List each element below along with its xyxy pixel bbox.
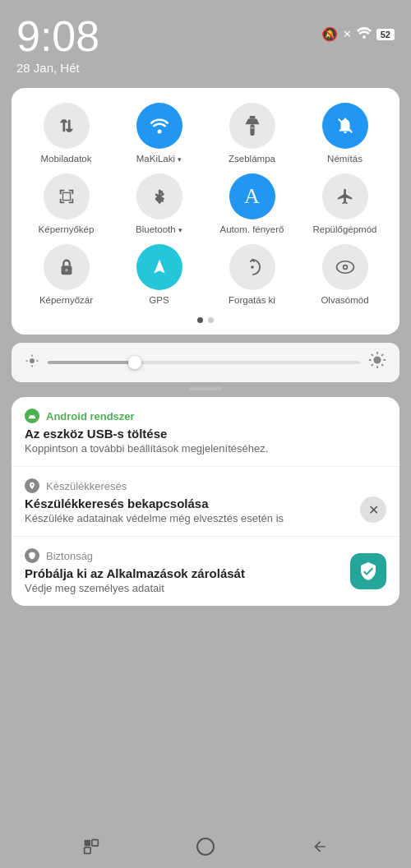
brightness-track[interactable] — [48, 361, 360, 364]
qs-circle-gps[interactable] — [136, 244, 182, 290]
qs-circle-airplane[interactable] — [322, 173, 368, 219]
dot-2 — [208, 317, 214, 323]
qs-item-airplane[interactable]: Repülőgépmód — [300, 173, 390, 236]
svg-rect-3 — [250, 124, 254, 136]
brightness-low-icon — [25, 353, 39, 372]
qs-label-wifi: MaKiLaki ▾ — [136, 154, 182, 165]
wifi-status-icon — [357, 27, 372, 42]
qs-label-airplane: Repülőgépmód — [312, 224, 376, 236]
svg-point-1 — [157, 130, 161, 134]
qs-circle-bluetooth[interactable] — [136, 173, 182, 219]
qs-item-wifi[interactable]: MaKiLaki ▾ — [114, 103, 204, 165]
qs-circle-screen-lock[interactable] — [44, 244, 90, 290]
svg-point-12 — [344, 265, 346, 268]
sim-icon: ✕ — [343, 28, 352, 40]
qs-label-gps: GPS — [149, 295, 169, 307]
qs-circle-flashlight[interactable] — [229, 103, 275, 149]
dot-1 — [197, 317, 203, 323]
notif-title-search: Készülékkeresés bekapcsolása — [25, 496, 350, 510]
svg-line-23 — [372, 354, 373, 356]
svg-line-26 — [381, 354, 383, 356]
qs-item-auto-brightness[interactable]: A Autom. fényerő — [207, 173, 297, 236]
notif-icon-security — [25, 548, 39, 563]
qs-circle-auto-brightness[interactable]: A — [229, 173, 275, 219]
home-button[interactable] — [196, 838, 215, 856]
qs-label-screen-lock: Képernyőzár — [39, 295, 93, 307]
qs-label-reading: Olvasómód — [321, 295, 368, 307]
qs-item-silent[interactable]: Némítás — [300, 103, 390, 165]
notif-icon-android — [25, 409, 39, 423]
svg-rect-4 — [251, 127, 253, 129]
brightness-high-icon — [368, 351, 386, 374]
battery-level: 52 — [376, 29, 395, 40]
svg-rect-27 — [85, 840, 91, 846]
qs-label-rotation: Forgatás ki — [229, 295, 275, 307]
svg-point-8 — [65, 268, 68, 271]
time-display: 9:08 — [16, 15, 99, 58]
qs-label-mobile-data: Mobiladatok — [40, 154, 91, 165]
qs-label-flashlight: Zseblámpa — [229, 154, 275, 165]
status-icons: 🔕 ✕ 52 — [321, 15, 395, 42]
qs-item-mobile-data[interactable]: Mobiladatok — [21, 103, 111, 165]
qs-circle-screenshot[interactable] — [44, 173, 90, 219]
status-bar: 9:08 28 Jan, Hét 🔕 ✕ 52 — [0, 0, 411, 81]
shield-action-button[interactable] — [350, 553, 386, 589]
qs-circle-wifi[interactable] — [136, 103, 182, 149]
recent-apps-button[interactable] — [80, 835, 103, 858]
qs-label-screenshot: Képernyőkép — [39, 224, 95, 236]
brightness-fill — [48, 361, 135, 364]
notif-close-button[interactable]: ✕ — [360, 496, 386, 523]
qs-circle-mobile-data[interactable] — [44, 103, 90, 149]
svg-line-24 — [381, 365, 383, 367]
qs-item-screenshot[interactable]: Képernyőkép — [21, 173, 111, 236]
qs-item-bluetooth[interactable]: Bluetooth ▾ — [114, 173, 204, 236]
qs-item-flashlight[interactable]: Zseblámpa — [207, 103, 297, 165]
notif-header-search: Készülékkeresés — [25, 478, 350, 493]
brightness-thumb[interactable] — [128, 356, 141, 369]
svg-point-9 — [251, 265, 254, 269]
qs-label-auto-brightness: Autom. fényerő — [220, 224, 284, 236]
qs-item-screen-lock[interactable]: Képernyőzár — [21, 244, 111, 307]
notif-icon-search — [25, 478, 39, 493]
brightness-slider-row[interactable] — [12, 343, 399, 382]
svg-point-13 — [30, 358, 35, 363]
notif-app-android: Android rendszer — [46, 410, 135, 422]
qs-item-gps[interactable]: GPS — [114, 244, 204, 307]
notif-header-security: Biztonság — [25, 548, 339, 563]
notif-body-search: Készüléke adatainak védelme még elveszté… — [25, 512, 350, 524]
notif-body-usb: Koppintson a további beállítások megjele… — [25, 442, 386, 455]
back-button[interactable] — [308, 835, 331, 858]
notification-device-search[interactable]: Készülékkeresés Készülékkeresés bekapcso… — [12, 467, 399, 537]
notif-app-search: Készülékkeresés — [46, 480, 127, 492]
svg-rect-2 — [249, 116, 255, 118]
bottom-navigation — [0, 825, 411, 868]
notif-body-security: Védje meg személyes adatait — [25, 582, 339, 594]
notification-android-usb[interactable]: Android rendszer Az eszköz USB-s töltése… — [12, 397, 399, 467]
qs-circle-reading[interactable] — [322, 244, 368, 290]
svg-rect-29 — [85, 847, 91, 854]
notif-app-security: Biztonság — [46, 550, 93, 562]
qs-label-bluetooth: Bluetooth ▾ — [136, 224, 182, 236]
date-display: 28 Jan, Hét — [16, 61, 99, 75]
svg-line-25 — [372, 365, 373, 367]
pagination-dots — [21, 317, 390, 323]
mute-icon: 🔕 — [321, 26, 338, 42]
qs-circle-rotation[interactable] — [229, 244, 275, 290]
notif-header-android: Android rendszer — [25, 409, 386, 423]
svg-point-18 — [373, 357, 381, 364]
qs-label-silent: Némítás — [327, 154, 363, 165]
notif-title-security: Próbálja ki az Alkalmazások zárolását — [25, 566, 339, 580]
quick-settings-panel: Mobiladatok MaKiLaki ▾ — [12, 88, 399, 335]
qs-item-rotation[interactable]: Forgatás ki — [207, 244, 297, 307]
svg-point-0 — [363, 35, 366, 39]
svg-rect-6 — [62, 192, 70, 200]
notifications-panel: Android rendszer Az eszköz USB-s töltése… — [12, 397, 399, 606]
drag-handle — [0, 387, 411, 390]
quick-settings-grid: Mobiladatok MaKiLaki ▾ — [21, 103, 390, 306]
svg-rect-28 — [92, 840, 99, 846]
drag-handle-bar — [189, 387, 222, 390]
notif-title-usb: Az eszköz USB-s töltése — [25, 427, 386, 441]
qs-circle-silent[interactable] — [322, 103, 368, 149]
notification-security[interactable]: Biztonság Próbálja ki az Alkalmazások zá… — [12, 537, 399, 606]
qs-item-reading[interactable]: Olvasómód — [300, 244, 390, 307]
